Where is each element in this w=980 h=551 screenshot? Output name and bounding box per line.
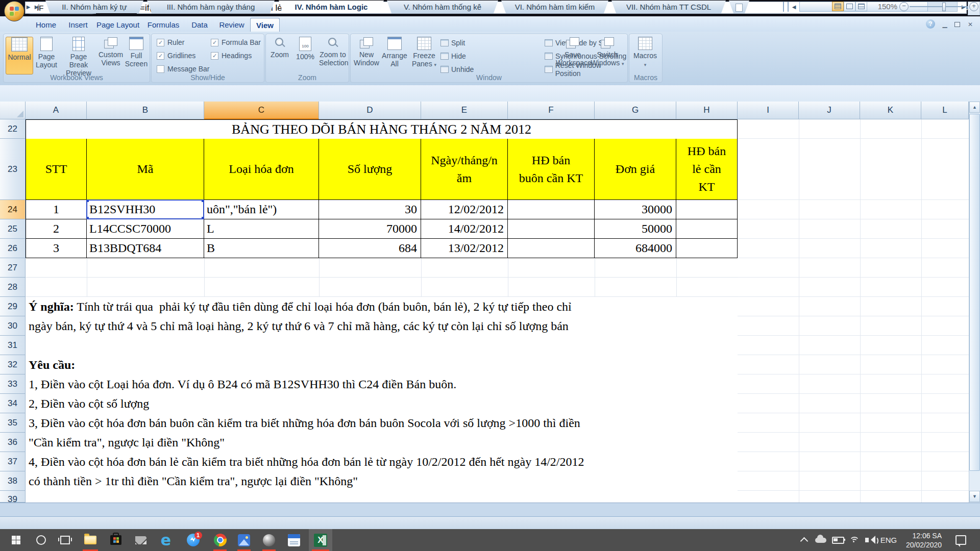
tab-home[interactable]: Home xyxy=(31,18,61,32)
browser-sphere-button[interactable] xyxy=(257,529,281,551)
tray-expand-button[interactable] xyxy=(796,529,812,551)
cell-d24[interactable]: 30 xyxy=(319,200,421,219)
header-cell-stt[interactable]: STT xyxy=(26,139,87,200)
note-row-37[interactable]: 4, Điền vào cột hóa đơn bán lẻ cần kiểm … xyxy=(26,452,584,471)
header-cell-hd-ban-le[interactable]: HĐ bán lẻ cần KT xyxy=(676,139,738,200)
sheet-tab-tim-kiem[interactable]: VI. Nhóm hàm tìm kiếm xyxy=(501,1,608,13)
sheet-tab-ngay-thang[interactable]: III. Nhóm hàm ngày tháng xyxy=(147,1,275,13)
zoom-button[interactable]: Zoom xyxy=(268,37,291,59)
cell-b25[interactable]: L14CCSC70000 xyxy=(87,219,204,239)
row-header-32[interactable]: 32 xyxy=(0,355,26,374)
action-center-button[interactable] xyxy=(950,529,971,551)
chrome-button[interactable] xyxy=(208,529,232,551)
sheet-tab-tt-csdl[interactable]: VII. Nhóm hàm TT CSDL xyxy=(611,1,726,13)
column-header-f[interactable]: F xyxy=(508,102,595,119)
row-header-26[interactable]: 26 xyxy=(0,239,26,258)
table-title-cell[interactable]: BẢNG THEO DÕI BÁN HÀNG THÁNG 2 NĂM 2012 xyxy=(26,119,738,139)
split-button[interactable]: Split xyxy=(440,37,465,48)
workbook-restore-icon[interactable] xyxy=(951,19,963,30)
cell-f25[interactable] xyxy=(508,219,595,239)
zoom-slider-thumb[interactable] xyxy=(942,3,946,11)
sheet-tab-thong-ke[interactable]: V. Nhóm hàm thống kê xyxy=(387,1,498,13)
ruler-checkbox[interactable]: ✓ Ruler xyxy=(157,38,184,46)
column-header-i[interactable]: I xyxy=(738,102,799,119)
task-view-button[interactable] xyxy=(53,529,77,551)
note-row-29[interactable]: Ý nghĩa: Tính từ trái qua phải ký tự đầu… xyxy=(26,297,572,316)
cell-f24[interactable] xyxy=(508,200,595,219)
note-row-33[interactable]: 1, Điền vào cột Loại hóa đơn. Ví dụ ô B2… xyxy=(26,374,456,394)
language-indicator[interactable]: ENG xyxy=(879,529,898,551)
cell-c25[interactable]: L xyxy=(204,219,319,239)
row-header-23[interactable]: 23 xyxy=(0,139,26,200)
zoom-out-icon[interactable]: − xyxy=(899,2,909,11)
row-header-35[interactable]: 35 xyxy=(0,413,26,433)
note-row-32[interactable]: Yêu cầu: xyxy=(26,355,75,374)
edge-button[interactable]: e xyxy=(154,529,178,551)
normal-view-button[interactable]: Normal xyxy=(6,37,33,74)
full-screen-button[interactable]: Full Screen xyxy=(124,37,149,68)
column-header-h[interactable]: H xyxy=(676,102,738,119)
status-page-layout-button[interactable] xyxy=(844,2,855,11)
status-normal-view-button[interactable] xyxy=(832,2,844,11)
column-header-a[interactable]: A xyxy=(26,102,87,119)
tab-insert[interactable]: Insert xyxy=(63,18,93,32)
cell-d26[interactable]: 684 xyxy=(319,239,421,258)
scroll-up-icon[interactable]: ▲ xyxy=(969,102,980,113)
cell-e24[interactable]: 12/02/2012 xyxy=(421,200,508,219)
row-header-39[interactable]: 39 xyxy=(0,491,26,503)
cell-e26[interactable]: 13/02/2012 xyxy=(421,239,508,258)
cell-h26[interactable] xyxy=(676,239,738,258)
cell-c26[interactable]: B xyxy=(204,239,319,258)
workbook-minimize-icon[interactable]: ▁ xyxy=(939,19,950,30)
contacts-card-button[interactable] xyxy=(282,529,306,551)
message-bar-checkbox[interactable]: Message Bar xyxy=(157,65,209,73)
page-layout-view-button[interactable]: Page Layout xyxy=(33,37,60,69)
row-header-28[interactable]: 28 xyxy=(0,278,26,297)
column-header-c[interactable]: C xyxy=(204,102,319,119)
vertical-scrollbar[interactable]: ▲ ▼ xyxy=(969,102,980,503)
column-header-e[interactable]: E xyxy=(421,102,508,119)
next-sheet-icon[interactable]: ▶ xyxy=(23,2,33,12)
tab-formulas[interactable]: Formulas xyxy=(143,18,184,32)
help-icon[interactable]: ? xyxy=(926,19,935,29)
cell-d25[interactable]: 70000 xyxy=(319,219,421,239)
switch-windows-button[interactable]: Switch Windows ▾ xyxy=(591,37,624,68)
workbook-close-icon[interactable]: ✕ xyxy=(965,19,976,30)
formula-bar-checkbox[interactable]: ✓ Formula Bar xyxy=(211,38,261,46)
zoom-to-selection-button[interactable]: Zoom to Selection xyxy=(319,37,347,67)
sheet-tab-ky-tu[interactable]: II. Nhóm hàm ký tự xyxy=(45,1,143,13)
cell-g26[interactable]: 684000 xyxy=(595,239,676,258)
zoom-level[interactable]: 150% xyxy=(871,0,897,13)
store-button[interactable] xyxy=(104,529,128,551)
row-header-33[interactable]: 33 xyxy=(0,374,26,394)
cell-g25[interactable]: 50000 xyxy=(595,219,676,239)
new-window-button[interactable]: New Window xyxy=(354,37,379,67)
last-sheet-icon[interactable]: ▶▏ xyxy=(34,2,43,12)
row-header-36[interactable]: 36 xyxy=(0,433,26,452)
row-header-27[interactable]: 27 xyxy=(0,258,26,278)
file-explorer-button[interactable] xyxy=(79,529,102,551)
row-header-31[interactable]: 31 xyxy=(0,336,26,355)
header-cell-so-luong[interactable]: Số lượng xyxy=(319,139,421,200)
hide-button[interactable]: Hide xyxy=(440,51,466,62)
column-header-l[interactable]: L xyxy=(921,102,969,119)
cell-h25[interactable] xyxy=(676,219,738,239)
cell-a26[interactable]: 3 xyxy=(26,239,87,258)
cell-a25[interactable]: 2 xyxy=(26,219,87,239)
cell-e25[interactable]: 14/02/2012 xyxy=(421,219,508,239)
zoom-slider-track[interactable] xyxy=(910,6,968,7)
zoom-100-button[interactable]: 100 100% xyxy=(293,37,317,61)
column-header-k[interactable]: K xyxy=(860,102,921,119)
vertical-scroll-thumb[interactable] xyxy=(969,114,980,471)
column-header-d[interactable]: D xyxy=(319,102,421,119)
headings-checkbox[interactable]: ✓ Headings xyxy=(211,52,252,60)
row-header-25[interactable]: 25 xyxy=(0,219,26,239)
hscroll-left-icon[interactable]: ◀ xyxy=(789,2,799,12)
column-header-j[interactable]: J xyxy=(799,102,860,119)
scroll-down-icon[interactable]: ▼ xyxy=(969,491,980,502)
cortana-button[interactable] xyxy=(29,529,53,551)
note-row-34[interactable]: 2, Điền vào cột số lượng xyxy=(26,394,149,413)
header-cell-loai-hoa-don[interactable]: Loại hóa đơn xyxy=(204,139,319,200)
messenger-button[interactable]: 1 xyxy=(181,529,205,551)
sheet-tab-logic-active[interactable]: IV. Nhóm hàm Logic xyxy=(279,1,384,13)
